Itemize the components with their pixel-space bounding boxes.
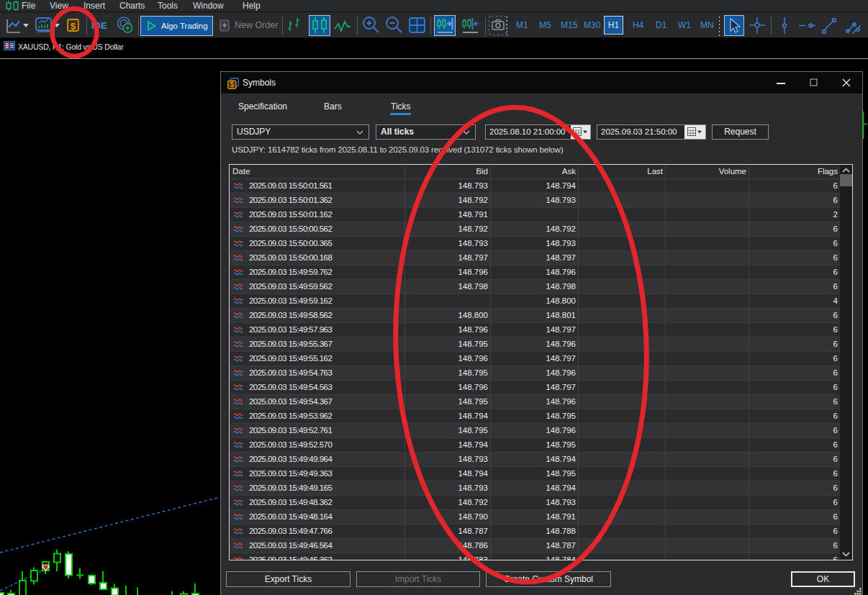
svg-text:$: $ (230, 81, 235, 88)
